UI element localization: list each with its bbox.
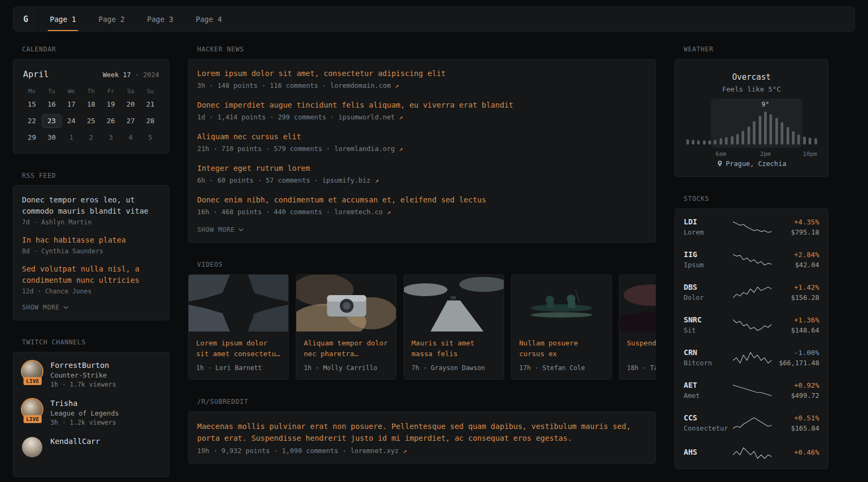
rss-item-title[interactable]: Sed volutpat nulla nisl, a condimentum n… <box>22 263 160 286</box>
stock-sparkline <box>733 220 772 234</box>
video-title[interactable]: Mauris sit amet massa felis <box>411 338 496 359</box>
stock-symbol: AET <box>684 381 733 389</box>
rss-section-label: RSS FEED <box>22 172 169 179</box>
twitch-channel-row[interactable]: LIVE Trisha League of Legends 3h · 1.2k … <box>22 399 160 426</box>
video-card[interactable]: Mauris sit amet massa felis 7h · Grayson… <box>403 274 504 380</box>
twitch-channel-meta: 3h · 1.2k viewers <box>50 419 119 426</box>
calendar-day-header: Fr <box>101 86 121 97</box>
twitch-avatar-wrap: LIVE <box>22 399 43 419</box>
page-tabs: Page 1 Page 2 Page 3 Page 4 <box>39 7 233 31</box>
calendar-date-cell: 2 <box>81 131 101 145</box>
hackernews-item-domain[interactable]: ipsumify.biz <box>322 176 370 184</box>
weather-hour-bar <box>736 134 739 145</box>
stock-price: $148.64 <box>772 326 819 334</box>
weather-peak-temp: 9° <box>761 101 769 108</box>
stock-row[interactable]: CCS Consectetur +0.51% $165.84 <box>684 413 819 432</box>
video-title[interactable]: Suspendisse diam <box>627 338 656 359</box>
video-card-body: Mauris sit amet massa felis 7h · Grayson… <box>404 332 504 379</box>
chevron-down-icon <box>63 306 69 309</box>
calendar-date-cell: 21 <box>140 97 160 111</box>
stock-row[interactable]: LDI Lorem +4.35% $795.18 <box>684 217 819 236</box>
hackernews-item-domain[interactable]: loremlandia.org <box>334 145 395 153</box>
twitch-channel-info: KendallCarr <box>50 437 100 447</box>
video-card[interactable]: Nullam posuere cursus ex 17h · Stefan Co… <box>511 274 612 380</box>
calendar-date-cell: 17 <box>62 97 81 111</box>
stock-row[interactable]: AET Amet +0.92% $499.72 <box>684 381 819 400</box>
weather-hour-bar <box>731 136 734 145</box>
top-nav: G Page 1 Page 2 Page 3 Page 4 <box>13 6 855 32</box>
calendar-card: April Week 17 · 2024 MoTuWeThFrSaSu 1516… <box>13 59 169 154</box>
external-link-icon: ↗ <box>375 176 379 184</box>
stock-row[interactable]: DBS Dolor +1.42% $156.28 <box>684 283 819 302</box>
video-meta: 7h · Grayson Dawson <box>411 364 496 372</box>
subreddit-post-domain[interactable]: loremnet.xyz <box>350 447 399 455</box>
video-title[interactable]: Nullam posuere cursus ex <box>519 338 604 359</box>
subreddit-post: Maecenas mollis pulvinar erat non posuer… <box>197 420 647 455</box>
calendar-month: April <box>23 69 49 79</box>
calendar-date-cell: 3 <box>101 131 121 145</box>
twitch-channel-game: League of Legends <box>50 409 119 417</box>
page-tab[interactable]: Page 3 <box>136 7 185 31</box>
stock-values: -1.00% $66,171.48 <box>772 349 819 367</box>
app-logo[interactable]: G <box>13 7 39 31</box>
weather-hour-bar <box>725 137 728 145</box>
video-card-body: Nullam posuere cursus ex 17h · Stefan Co… <box>512 332 611 379</box>
hackernews-item-title[interactable]: Donec enim nibh, condimentum et accumsan… <box>197 194 647 205</box>
video-card[interactable]: Aliquam tempor dolor nec pharetra… 1h · … <box>296 274 396 380</box>
rss-item-title[interactable]: Donec tempor eros leo, ut commodo mauris… <box>22 194 160 217</box>
hackernews-item-title[interactable]: Aliquam nec cursus elit <box>197 131 647 142</box>
weather-hour-bar <box>759 116 761 145</box>
stock-identity: AHS <box>684 448 733 458</box>
right-column: WEATHER Overcast Feels like 5°C 9°6am2pm… <box>675 46 828 482</box>
stock-change: +0.51% <box>772 414 819 422</box>
hackernews-item-title[interactable]: Lorem ipsum dolor sit amet, consectetur … <box>197 68 647 79</box>
calendar-date-cell: 29 <box>22 131 42 145</box>
weather-hour-bar <box>764 111 767 145</box>
weather-time-tick: 10pm <box>803 150 817 157</box>
video-title[interactable]: Lorem ipsum dolor sit amet consectetu… <box>196 338 281 359</box>
video-thumbnail <box>512 275 611 332</box>
stock-name: Dolor <box>684 293 733 302</box>
calendar-day-header: Th <box>81 86 101 97</box>
stock-row[interactable]: AHS +0.46% <box>684 446 819 460</box>
stock-symbol: LDI <box>684 217 733 226</box>
stock-values: +2.84% $42.04 <box>772 251 819 269</box>
twitch-channel-name: KendallCarr <box>50 437 100 446</box>
weather-feels-like: Feels like 5°C <box>684 85 819 93</box>
twitch-channel-row[interactable]: KendallCarr <box>22 437 160 457</box>
map-pin-icon <box>717 160 723 167</box>
rss-item-title[interactable]: In hac habitasse platea <box>22 235 160 246</box>
stock-symbol: IIG <box>684 250 733 259</box>
twitch-channel-name: ForrestBurton <box>50 361 116 370</box>
video-card[interactable]: Lorem ipsum dolor sit amet consectetu… 1… <box>188 274 289 380</box>
twitch-avatar-wrap: LIVE <box>22 361 43 381</box>
subreddit-post-title[interactable]: Maecenas mollis pulvinar erat non posuer… <box>197 420 647 444</box>
hackernews-item-domain[interactable]: loremtech.co <box>334 208 383 216</box>
page-tab[interactable]: Page 4 <box>184 7 233 31</box>
rss-show-more-button[interactable]: SHOW MORE <box>22 304 69 311</box>
rss-item: In hac habitasse platea 8d · Cynthia Sau… <box>22 235 160 255</box>
videos-row: Lorem ipsum dolor sit amet consectetu… 1… <box>188 274 656 380</box>
stock-row[interactable]: SNRC Sit +1.36% $148.64 <box>684 315 819 334</box>
page-tab[interactable]: Page 1 <box>39 7 87 31</box>
hackernews-item-domain[interactable]: ipsumworld.net <box>338 113 394 121</box>
stock-name: Consectetur <box>684 424 733 432</box>
hackernews-item-title[interactable]: Donec imperdiet augue tincidunt felis al… <box>197 100 647 110</box>
rss-widget: RSS FEED Donec tempor eros leo, ut commo… <box>13 172 169 320</box>
page-tab[interactable]: Page 2 <box>87 7 136 31</box>
stock-values: +0.92% $499.72 <box>772 381 819 400</box>
twitch-channel-meta: 1h · 1.7k viewers <box>50 381 116 388</box>
video-title[interactable]: Aliquam tempor dolor nec pharetra… <box>304 338 388 359</box>
stock-values: +4.35% $795.18 <box>772 218 819 236</box>
calendar-week-number: Week 17 <box>103 71 131 79</box>
video-card[interactable]: Suspendisse diam 18h · Tara <box>619 274 656 380</box>
video-meta: 1h · Lori Barnett <box>196 364 281 372</box>
twitch-channel-row[interactable]: LIVE ForrestBurton Counter-Strike 1h · 1… <box>22 361 160 388</box>
chevron-down-icon <box>238 228 244 231</box>
hackernews-item-domain[interactable]: loremdomain.com <box>330 81 391 89</box>
stock-sparkline <box>733 318 772 332</box>
hackernews-show-more-button[interactable]: SHOW MORE <box>197 226 244 234</box>
stock-row[interactable]: IIG Ipsum +2.84% $42.04 <box>684 250 819 269</box>
hackernews-item-title[interactable]: Integer eget rutrum lorem <box>197 163 647 174</box>
stock-row[interactable]: CRN Bitcorn -1.00% $66,171.48 <box>684 348 819 367</box>
